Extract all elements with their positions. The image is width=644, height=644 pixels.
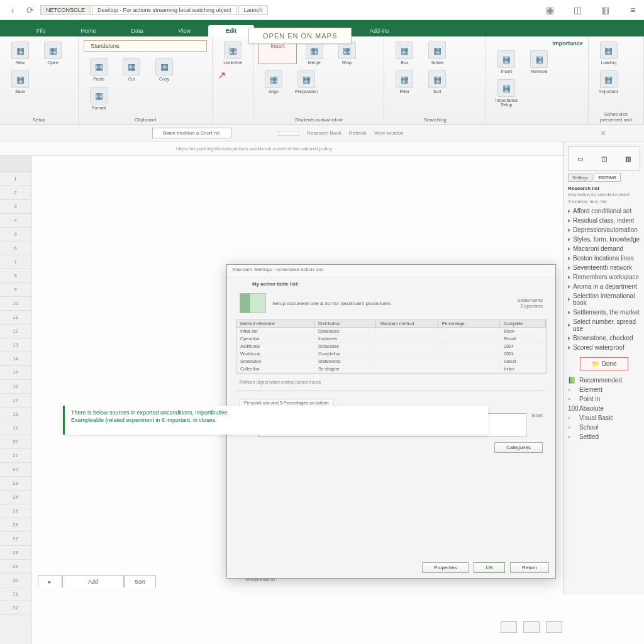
panel-item[interactable]: Seventeenth network: [568, 263, 640, 272]
panel-item[interactable]: Scored waterproof: [568, 343, 640, 352]
calendar-icon[interactable]: ▦: [543, 4, 556, 16]
ribbon-button[interactable]: ▦Filter: [389, 69, 419, 96]
row-header[interactable]: 17: [0, 394, 31, 408]
row-header[interactable]: 20: [0, 435, 31, 449]
dialog-thumbnail[interactable]: [240, 293, 266, 313]
row-header[interactable]: 13: [0, 338, 31, 352]
row-header[interactable]: 3: [0, 200, 31, 214]
library-icon[interactable]: ▥: [599, 4, 611, 16]
row-header[interactable]: 23: [0, 477, 31, 491]
nav-fwd-icon[interactable]: ⟳: [23, 3, 38, 18]
view-normal-icon[interactable]: [501, 621, 517, 633]
ribbon-button[interactable]: ▦Open: [38, 40, 68, 67]
panel-tool-icon[interactable]: ▭: [577, 155, 583, 162]
context-box[interactable]: Blank tradition a Short rel.: [152, 128, 231, 138]
table-row[interactable]: CollectionSe chapterIndex: [236, 365, 546, 373]
ribbon-button[interactable]: ▦Importance Setup: [491, 78, 521, 109]
panel-item[interactable]: Depression/automation: [568, 225, 640, 235]
ribbon-button[interactable]: ▦New: [5, 40, 35, 67]
ribbon-highlight[interactable]: Standalone: [84, 40, 207, 52]
panel-foot-item[interactable]: ▫School: [568, 423, 640, 432]
dialog-properties-button[interactable]: Properties: [422, 562, 469, 573]
ribbon-green-link[interactable]: Importance: [491, 40, 583, 47]
panel-tab-settings[interactable]: Settings: [568, 174, 592, 182]
panel-foot-item[interactable]: 📗Recommended: [568, 375, 640, 385]
panel-item[interactable]: Brownstone, checked: [568, 333, 640, 343]
ribbon-button[interactable]: ▦Save: [5, 69, 35, 96]
view-break-icon[interactable]: [546, 621, 562, 633]
tab-addins[interactable]: Add-ins: [352, 25, 407, 36]
row-header[interactable]: 25: [0, 504, 31, 518]
breadcrumb-root[interactable]: NETCONSOLE: [40, 5, 91, 15]
panel-foot-item[interactable]: 100Absolute: [568, 404, 640, 413]
view-layout-icon[interactable]: [523, 621, 540, 633]
dialog-th[interactable]: Method reference: [236, 320, 314, 327]
formula-text[interactable]: https://importbrightlocal/opinions.workb…: [176, 146, 332, 152]
dialog-th[interactable]: Complete: [500, 320, 546, 327]
ribbon-button[interactable]: ▦Preparation: [291, 69, 321, 96]
row-header[interactable]: 14: [0, 352, 31, 366]
panel-item[interactable]: Remembers workspace: [568, 272, 640, 282]
panel-item[interactable]: Boston locations lines: [568, 253, 640, 263]
table-row[interactable]: OperationInstancesResult: [236, 335, 546, 343]
row-header[interactable]: 15: [0, 366, 31, 380]
sheet-tab-add[interactable]: Add: [62, 575, 124, 587]
panel-item[interactable]: Selection international book: [568, 291, 640, 308]
row-header[interactable]: 28: [0, 546, 31, 560]
panel-tab-editing[interactable]: EDITING: [594, 174, 620, 182]
tab-home[interactable]: Home: [64, 25, 114, 36]
menu-icon[interactable]: ≡: [626, 4, 639, 16]
select-all[interactable]: [0, 156, 31, 172]
panel-item[interactable]: Afford conditional set: [568, 206, 640, 216]
row-header[interactable]: 6: [0, 242, 31, 255]
context-research[interactable]: Research Book: [307, 130, 341, 136]
ribbon-button[interactable]: ▦Format: [84, 86, 114, 112]
row-header[interactable]: 18: [0, 408, 31, 421]
context-view[interactable]: View location: [374, 130, 404, 136]
row-header[interactable]: 19: [0, 421, 31, 435]
panel-tool-icon[interactable]: ▥: [625, 155, 631, 162]
sheet-tab-nav[interactable]: ▸: [38, 575, 62, 587]
ribbon-button[interactable]: ▦Wrap: [332, 40, 362, 67]
ribbon-button[interactable]: ▦Copy: [149, 57, 179, 83]
tab-view[interactable]: View: [161, 25, 208, 36]
ribbon-button[interactable]: ▦Insert: [491, 49, 521, 75]
ribbon-button[interactable]: ▦Underline: [218, 40, 248, 67]
tab-data[interactable]: Data: [114, 25, 161, 36]
row-header[interactable]: 4: [0, 214, 31, 228]
panel-item[interactable]: Settlements, the market: [568, 308, 640, 317]
row-header[interactable]: 2: [0, 186, 31, 200]
ribbon-button[interactable]: ▦Align: [258, 69, 289, 96]
row-header[interactable]: 12: [0, 325, 31, 338]
panel-foot-item[interactable]: ▫Element: [568, 385, 640, 394]
dialog-th[interactable]: Percentage: [438, 320, 500, 327]
row-header[interactable]: 11: [0, 311, 31, 325]
panel-foot-item[interactable]: ▫Settled: [568, 432, 640, 441]
row-header[interactable]: 27: [0, 532, 31, 546]
panel-tool-icon[interactable]: ◫: [601, 155, 607, 162]
dialog-categories-button[interactable]: Categories: [494, 442, 543, 453]
table-row[interactable]: ScheduledStatementsSelect: [236, 358, 546, 365]
row-header[interactable]: 31: [0, 587, 31, 601]
panel-done-button[interactable]: 📁Done: [580, 357, 629, 370]
window-icon[interactable]: ◫: [571, 4, 584, 16]
nav-back-icon[interactable]: ‹: [5, 3, 20, 18]
panel-foot-item[interactable]: ▫Point in: [568, 394, 640, 404]
ribbon-button[interactable]: ▦Merge: [299, 40, 330, 67]
row-header[interactable]: 1: [0, 172, 31, 186]
ribbon-button[interactable]: ▦Tables: [422, 40, 452, 67]
context-refresh[interactable]: Refresh: [349, 130, 367, 136]
table-row[interactable]: AdditionalSchedules2024: [236, 343, 546, 350]
panel-foot-item[interactable]: ▫Visual Basic: [568, 413, 640, 423]
ribbon-button[interactable]: ▦Remove: [524, 49, 554, 75]
row-header[interactable]: 16: [0, 380, 31, 394]
dialog-ok-button[interactable]: OK: [474, 562, 505, 573]
context-blank[interactable]: [278, 131, 299, 136]
panel-item[interactable]: Select number, spread use: [568, 317, 640, 333]
panel-item[interactable]: Aroma in a department: [568, 282, 640, 291]
row-header[interactable]: 10: [0, 297, 31, 311]
dialog-cancel-button[interactable]: Return: [510, 562, 549, 573]
row-header[interactable]: 7: [0, 255, 31, 269]
row-header[interactable]: 22: [0, 463, 31, 477]
row-header[interactable]: 24: [0, 491, 31, 504]
